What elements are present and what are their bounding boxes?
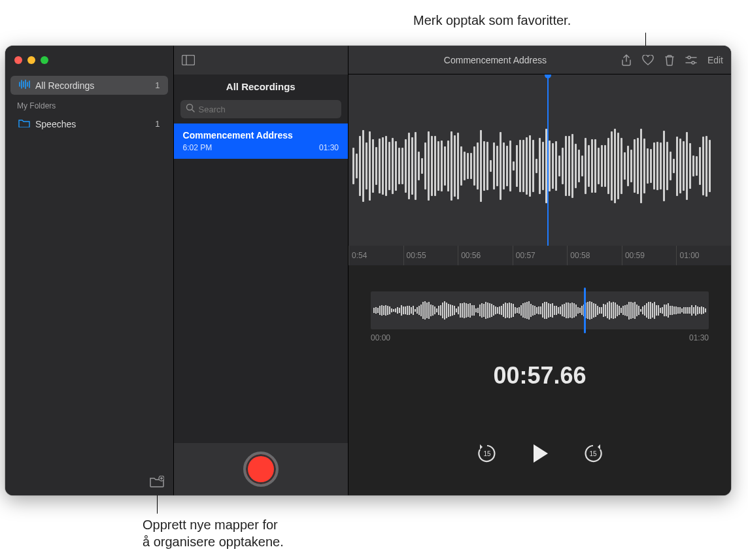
- waveform-icon: [18, 80, 30, 91]
- app-window: All Recordings 1 My Folders Speeches 1: [5, 46, 731, 495]
- timeline-ruler: 0:54 00:55 00:56 00:57 00:58 00:59 01:00: [348, 246, 731, 265]
- toggle-sidebar-button[interactable]: [182, 55, 195, 65]
- zoom-window-button[interactable]: [41, 56, 48, 64]
- detail-panel: Commencement Address Edit: [348, 46, 731, 495]
- record-button[interactable]: [243, 452, 279, 487]
- tick: 00:58: [567, 246, 622, 265]
- svg-point-11: [186, 105, 192, 110]
- callout-folders-line1: Opprett nye mapper for: [143, 516, 284, 533]
- waveform-overview[interactable]: [371, 291, 709, 329]
- waveform-detail[interactable]: 0:54 00:55 00:56 00:57 00:58 00:59 01:00: [348, 74, 731, 265]
- detail-title: Commencement Address: [369, 55, 621, 65]
- sidebar-all-count: 1: [155, 80, 160, 90]
- new-folder-button[interactable]: [150, 476, 164, 487]
- tick: 00:59: [622, 246, 677, 265]
- recording-duration: 01:30: [319, 143, 339, 152]
- svg-text:15: 15: [589, 450, 597, 457]
- recordings-list-panel: All Recordings Commencement Address 6:02…: [174, 46, 348, 495]
- sidebar-folder-name: Speeches: [35, 119, 76, 129]
- svg-point-16: [692, 61, 694, 64]
- sidebar-item-all-recordings[interactable]: All Recordings 1: [10, 76, 168, 95]
- close-window-button[interactable]: [14, 56, 22, 64]
- settings-button[interactable]: [685, 56, 697, 65]
- svg-rect-9: [182, 56, 194, 65]
- skip-back-button[interactable]: 15: [476, 442, 498, 465]
- search-icon: [186, 103, 195, 115]
- transport-controls: 15 15: [348, 442, 731, 465]
- search-field[interactable]: [180, 100, 341, 118]
- minimize-window-button[interactable]: [27, 56, 35, 64]
- share-button[interactable]: [621, 54, 632, 66]
- sidebar-folder-count: 1: [155, 119, 160, 129]
- tick: 0:54: [348, 246, 403, 265]
- recording-item[interactable]: Commencement Address 6:02 PM 01:30: [174, 124, 348, 159]
- topbar: Commencement Address Edit: [348, 46, 731, 74]
- play-button[interactable]: [528, 442, 552, 465]
- playhead-overview[interactable]: [584, 288, 586, 333]
- overview-start-label: 00:00: [371, 333, 390, 342]
- svg-point-14: [688, 56, 690, 59]
- skip-forward-button[interactable]: 15: [582, 442, 604, 465]
- list-header-title: All Recordings: [174, 74, 348, 97]
- current-time: 00:57.66: [348, 362, 731, 389]
- callout-favorite-text: Merk opptak som favoritter.: [413, 13, 571, 27]
- callout-folders-line2: å organisere opptakene.: [143, 533, 284, 550]
- sidebar: All Recordings 1 My Folders Speeches 1: [5, 46, 174, 495]
- tick: 00:56: [458, 246, 513, 265]
- sidebar-item-folder-speeches[interactable]: Speeches 1: [10, 114, 168, 133]
- svg-line-12: [192, 110, 194, 112]
- recording-time: 6:02 PM: [183, 143, 212, 152]
- tick: 00:57: [513, 246, 568, 265]
- sidebar-group-label: My Folders: [5, 96, 173, 113]
- overview-end-label: 01:30: [689, 333, 709, 342]
- playhead[interactable]: [547, 74, 549, 251]
- recording-title: Commencement Address: [183, 130, 339, 140]
- window-controls: [5, 46, 173, 74]
- edit-button[interactable]: Edit: [707, 55, 723, 65]
- search-input[interactable]: [199, 105, 336, 114]
- tick: 00:55: [403, 246, 458, 265]
- favorite-button[interactable]: [642, 55, 654, 65]
- delete-button[interactable]: [664, 54, 675, 66]
- tick: 01:00: [676, 246, 731, 265]
- folder-icon: [18, 118, 30, 129]
- svg-text:15: 15: [483, 450, 491, 457]
- sidebar-all-label: All Recordings: [35, 80, 94, 91]
